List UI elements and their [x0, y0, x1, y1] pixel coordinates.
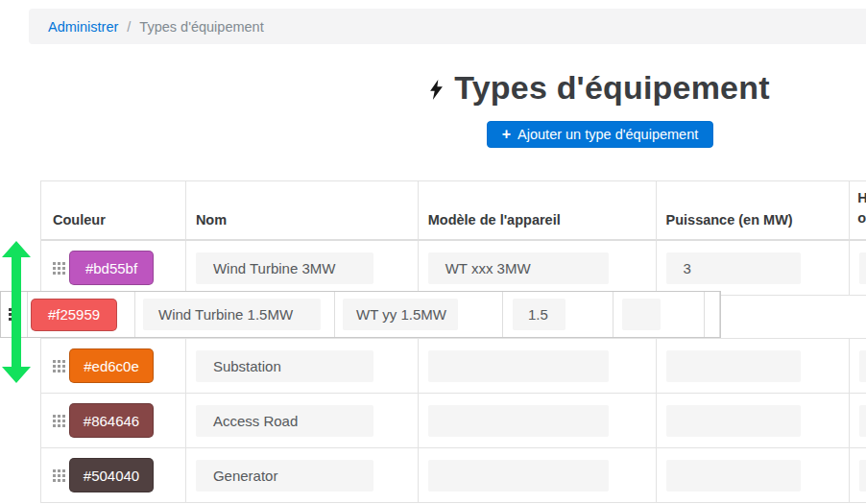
- extra-cell: [613, 292, 705, 337]
- model-input[interactable]: WT xxx 3MW: [428, 252, 609, 284]
- name-input[interactable]: Substation: [196, 350, 373, 382]
- model-input[interactable]: [428, 405, 609, 437]
- plus-icon: +: [502, 127, 511, 142]
- column-header-truncated-line2: op: [857, 208, 866, 228]
- page-header: Types d'équipement: [29, 69, 866, 107]
- drag-direction-arrow-icon: [2, 241, 31, 383]
- power-input[interactable]: [666, 405, 801, 437]
- puissance-cell: [657, 339, 851, 394]
- couleur-cell: #504040: [41, 448, 186, 503]
- empty-cell: [705, 292, 720, 337]
- add-equipment-type-button[interactable]: + Ajouter un type d'équipement: [487, 121, 714, 148]
- name-input[interactable]: Access Road: [196, 405, 373, 437]
- column-header-truncated-line1: Ha: [857, 188, 866, 207]
- table-row: #bd55bf Wind Turbine 3MW WT xxx 3MW 3: [41, 241, 866, 296]
- couleur-cell: #f25959: [28, 292, 135, 337]
- color-swatch[interactable]: #864646: [69, 403, 154, 438]
- name-input[interactable]: Wind Turbine 1.5MW: [143, 299, 321, 330]
- puissance-cell: [657, 394, 851, 448]
- modele-cell: WT yy 1.5MW: [335, 292, 503, 337]
- table-row: #864646 Access Road: [41, 394, 866, 448]
- extra-cell: [850, 339, 866, 394]
- add-button-label: Ajouter un type d'équipement: [517, 127, 698, 142]
- nom-cell: Wind Turbine 1.5MW: [135, 292, 335, 337]
- model-input[interactable]: [428, 350, 609, 382]
- power-input[interactable]: [666, 350, 801, 382]
- column-header-truncated: Ha op: [850, 181, 866, 241]
- couleur-cell: #ed6c0e: [41, 339, 186, 394]
- page-title: Types d'équipement: [454, 69, 769, 107]
- column-header-couleur: Couleur: [41, 181, 186, 241]
- couleur-cell: #bd55bf: [41, 241, 186, 296]
- breadcrumb-link-administrer[interactable]: Administrer: [48, 19, 118, 35]
- extra-input[interactable]: [622, 299, 661, 330]
- nom-cell: Generator: [186, 448, 419, 503]
- model-input[interactable]: WT yy 1.5MW: [343, 299, 458, 330]
- model-input[interactable]: [428, 460, 609, 492]
- puissance-cell: [657, 448, 851, 503]
- puissance-cell: 1.5: [503, 292, 613, 337]
- drag-handle-icon[interactable]: [53, 415, 56, 418]
- name-input[interactable]: Generator: [196, 460, 373, 492]
- couleur-cell: #864646: [41, 394, 186, 448]
- modele-cell: [419, 448, 657, 503]
- extra-input[interactable]: [859, 252, 866, 284]
- modele-cell: [419, 394, 657, 448]
- column-header-modele: Modèle de l'appareil: [419, 181, 657, 241]
- bolt-icon: [430, 80, 443, 100]
- nom-cell: Wind Turbine 3MW: [186, 241, 419, 296]
- power-input[interactable]: 3: [666, 252, 801, 284]
- breadcrumb-current: Types d'équipement: [139, 19, 263, 35]
- extra-cell: [850, 448, 866, 503]
- drag-handle-icon[interactable]: [53, 262, 56, 265]
- modele-cell: [419, 339, 657, 394]
- nom-cell: Substation: [186, 339, 419, 394]
- name-input[interactable]: Wind Turbine 3MW: [196, 252, 373, 284]
- power-input[interactable]: 1.5: [513, 299, 565, 330]
- table-header-row: Couleur Nom Modèle de l'appareil Puissan…: [41, 181, 866, 241]
- extra-cell: [850, 394, 866, 448]
- table-row: #504040 Generator: [41, 448, 866, 503]
- color-swatch[interactable]: #ed6c0e: [69, 348, 154, 383]
- color-swatch[interactable]: #504040: [69, 458, 154, 492]
- modele-cell: WT xxx 3MW: [419, 241, 657, 296]
- color-swatch[interactable]: #bd55bf: [69, 251, 154, 285]
- column-header-puissance: Puissance (en MW): [657, 181, 851, 241]
- drag-handle-icon[interactable]: [53, 360, 56, 363]
- power-input[interactable]: [666, 460, 801, 492]
- equipment-types-table: Couleur Nom Modèle de l'appareil Puissan…: [40, 180, 866, 503]
- table-row: #ed6c0e Substation: [41, 339, 866, 394]
- color-swatch[interactable]: #f25959: [31, 299, 117, 331]
- puissance-cell: 3: [657, 241, 851, 296]
- nom-cell: Access Road: [186, 394, 419, 448]
- extra-input[interactable]: [859, 350, 866, 382]
- extra-input[interactable]: [859, 405, 866, 437]
- button-row: + Ajouter un type d'équipement: [29, 121, 866, 148]
- drag-handle-icon[interactable]: [53, 469, 56, 472]
- column-header-nom: Nom: [186, 181, 419, 241]
- extra-input[interactable]: [859, 460, 866, 492]
- extra-cell: [850, 241, 866, 296]
- dragged-row[interactable]: #f25959 Wind Turbine 1.5MW WT yy 1.5MW 1…: [0, 291, 721, 338]
- breadcrumb-separator: /: [127, 19, 131, 35]
- breadcrumb: Administrer / Types d'équipement: [29, 9, 866, 44]
